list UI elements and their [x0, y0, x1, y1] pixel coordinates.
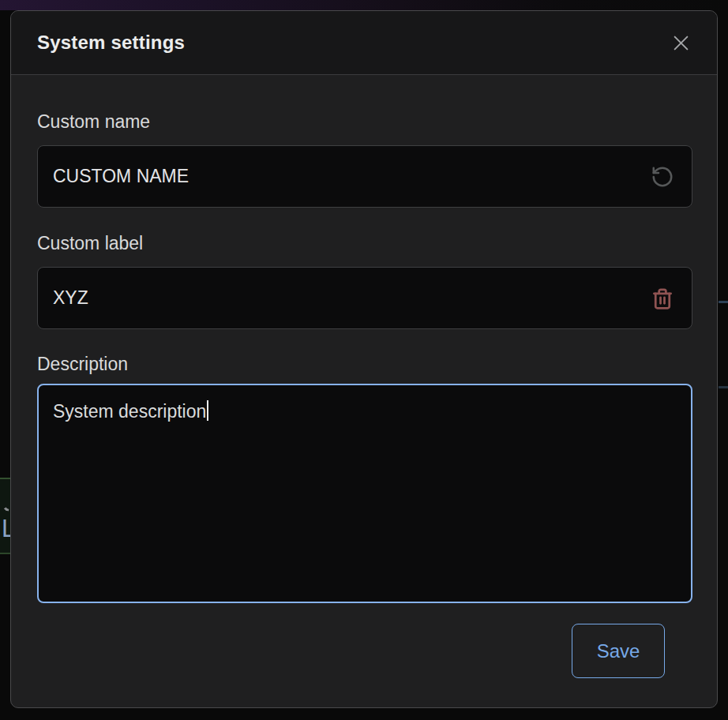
backdrop-top-strip [0, 0, 728, 10]
close-button[interactable] [666, 28, 695, 57]
custom-label-input[interactable] [37, 267, 692, 329]
save-button[interactable]: Save [572, 624, 665, 678]
custom-label-field-wrap [37, 267, 691, 329]
backdrop-partial-glyph [2, 504, 9, 512]
close-icon [670, 32, 692, 54]
reset-icon [651, 165, 674, 189]
description-label: Description [37, 352, 691, 376]
custom-label-label: Custom label [37, 231, 691, 255]
backdrop-right-edge-line [719, 301, 728, 303]
trash-icon [651, 287, 674, 310]
dialog-header: System settings [11, 11, 717, 75]
custom-name-label: Custom name [37, 110, 691, 133]
backdrop-right-edge-line [719, 386, 728, 388]
system-settings-dialog: System settings Custom name [10, 10, 718, 708]
delete-custom-label-button[interactable] [645, 281, 680, 316]
dialog-body: Custom name Custom label [11, 75, 717, 707]
description-textarea[interactable]: System description [37, 384, 692, 603]
dialog-footer: Save [37, 603, 691, 678]
custom-name-field-wrap [37, 145, 691, 208]
reset-custom-name-button[interactable] [645, 159, 680, 194]
backdrop-partial-letter: L [2, 516, 10, 542]
description-text: System description [53, 401, 206, 422]
custom-name-input[interactable] [37, 145, 692, 208]
text-caret [207, 400, 208, 421]
dialog-title: System settings [37, 32, 185, 54]
backdrop-left-panel-fragment: L [0, 478, 10, 554]
